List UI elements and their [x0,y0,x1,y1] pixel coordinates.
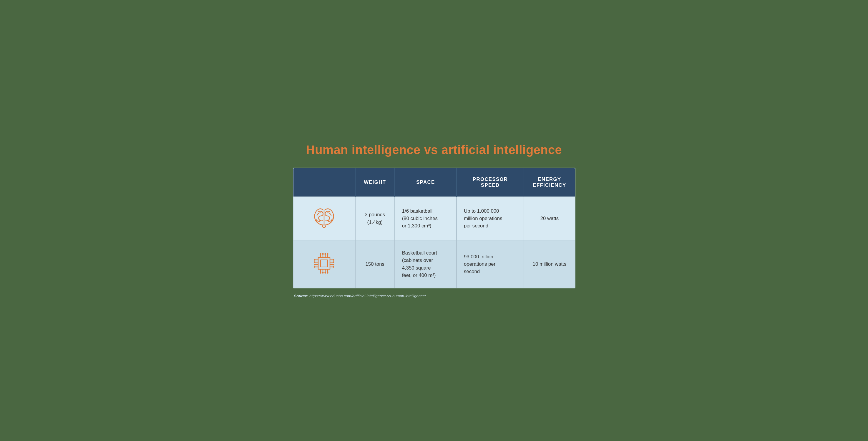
svg-point-24 [333,264,334,265]
svg-point-32 [325,272,326,273]
source-citation: Source: https://www.educba.com/artificia… [293,294,576,298]
svg-point-22 [333,260,334,260]
svg-point-28 [325,254,326,255]
svg-point-20 [314,264,315,265]
comparison-table-wrapper: WEIGHT SPACE PROCESSOR SPEED ENERGY EFFI… [293,168,576,288]
svg-rect-0 [318,258,330,269]
header-col0 [293,168,355,197]
page-container: Human intelligence vs artificial intelli… [293,143,576,298]
human-space: 1/6 basketball (80 cubic inches or 1,300… [395,197,457,240]
source-label: Source: [294,294,308,298]
ai-icon-cell [293,240,355,288]
page-title: Human intelligence vs artificial intelli… [293,143,576,157]
brain-icon [309,203,339,232]
svg-point-21 [314,267,315,267]
cpu-icon [309,248,339,278]
ai-energy-efficiency: 10 million watts [524,240,575,288]
header-processor-speed: PROCESSOR SPEED [457,168,524,197]
table-row: 150 tons Basketball court (cabinets over… [293,240,575,288]
ai-weight: 150 tons [355,240,395,288]
header-space: SPACE [395,168,457,197]
human-processor-speed: Up to 1,000,000 million operations per s… [457,197,524,240]
header-energy-efficiency: ENERGY EFFICIENCY [524,168,575,197]
human-icon-cell [293,197,355,240]
svg-point-25 [333,267,334,267]
svg-point-30 [320,272,321,273]
source-url: https://www.educba.com/artificial-intell… [309,294,426,298]
svg-point-19 [314,262,315,263]
svg-point-18 [314,260,315,260]
svg-point-26 [320,254,321,255]
svg-point-23 [333,262,334,263]
comparison-table: WEIGHT SPACE PROCESSOR SPEED ENERGY EFFI… [293,168,575,288]
human-weight: 3 pounds (1.4kg) [355,197,395,240]
svg-rect-1 [320,260,328,267]
svg-point-33 [327,272,328,273]
svg-point-31 [322,272,323,273]
ai-space: Basketball court (cabinets over 4,350 sq… [395,240,457,288]
table-header: WEIGHT SPACE PROCESSOR SPEED ENERGY EFFI… [293,168,575,197]
ai-processor-speed: 93,000 trillion operations per second [457,240,524,288]
table-row: 3 pounds (1.4kg) 1/6 basketball (80 cubi… [293,197,575,240]
header-weight: WEIGHT [355,168,395,197]
svg-point-29 [327,254,328,255]
human-energy-efficiency: 20 watts [524,197,575,240]
svg-point-27 [322,254,323,255]
table-body: 3 pounds (1.4kg) 1/6 basketball (80 cubi… [293,197,575,288]
